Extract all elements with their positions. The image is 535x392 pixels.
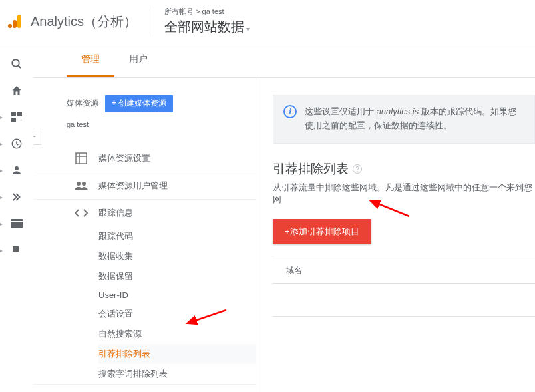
ga-logo-icon — [8, 13, 24, 29]
conversions-icon[interactable]: ▸ — [9, 244, 24, 256]
code-icon — [73, 208, 89, 218]
tab-admin[interactable]: 管理 — [67, 43, 114, 77]
sidebar-item-tracking-info[interactable]: 跟踪信息 — [33, 199, 256, 226]
page-description: 从引荐流量中排除这些网域。凡是通过这些网域中的任意一个来到您网 — [273, 182, 535, 206]
settings-box-icon — [73, 152, 89, 164]
sidebar-item-label: 媒体资源用户管理 — [98, 180, 168, 192]
main-panel: i 这些设置仅适用于 analytics.js 版本的跟踪代码。如果您使用之前的… — [256, 78, 535, 392]
svg-rect-11 — [11, 219, 23, 228]
add-referral-exclusion-button[interactable]: +添加引荐排除项目 — [273, 219, 371, 244]
back-arrow-button[interactable]: ← — [33, 128, 41, 145]
people-icon — [73, 181, 89, 190]
svg-point-17 — [82, 182, 86, 186]
sidebar-item-property-settings[interactable]: 媒体资源设置 — [33, 145, 256, 172]
info-notice: i 这些设置仅适用于 analytics.js 版本的跟踪代码。如果您使用之前的… — [273, 95, 535, 144]
subnav-search-term-exclusion[interactable]: 搜索字词排除列表 — [98, 364, 256, 384]
admin-tabs: 管理 用户 — [33, 43, 535, 78]
property-name[interactable]: ga test — [33, 120, 256, 128]
audience-icon[interactable]: ▸ — [9, 164, 24, 176]
dashboards-icon[interactable]: ▸+ — [9, 111, 24, 123]
view-selector[interactable]: 全部网站数据 — [164, 18, 250, 36]
sidebar-item-label: 跟踪信息 — [98, 207, 133, 219]
svg-point-3 — [12, 59, 19, 67]
search-icon[interactable] — [9, 58, 24, 70]
subnav-referral-exclusion[interactable]: 引荐排除列表 — [98, 344, 256, 364]
subnav-session-settings[interactable]: 会话设置 — [98, 304, 256, 324]
breadcrumb-all-accounts[interactable]: 所有帐号 — [164, 7, 194, 15]
svg-point-2 — [8, 24, 12, 28]
info-icon: i — [283, 105, 297, 118]
svg-line-4 — [18, 65, 21, 68]
svg-rect-12 — [11, 221, 23, 222]
sidebar-item-user-management[interactable]: 媒体资源用户管理 — [33, 172, 256, 199]
svg-rect-13 — [76, 153, 87, 164]
realtime-icon[interactable]: ▸ — [9, 138, 24, 150]
app-header: Analytics（分析） 所有帐号 > ga test 全部网站数据 — [0, 0, 535, 43]
table-body-empty — [273, 284, 535, 317]
svg-rect-1 — [13, 20, 17, 28]
svg-rect-7 — [11, 118, 16, 122]
sidebar-item-data-deletion[interactable]: Dd 数据删除请求 — [33, 384, 256, 392]
help-icon[interactable]: ? — [353, 164, 362, 174]
subnav-data-retention[interactable]: 数据保留 — [98, 266, 256, 286]
app-title: Analytics（分析） — [31, 13, 137, 31]
behavior-icon[interactable]: ▸ — [9, 218, 24, 230]
tab-users[interactable]: 用户 — [114, 43, 162, 77]
subnav-data-collection[interactable]: 数据收集 — [98, 246, 256, 266]
svg-point-10 — [15, 166, 19, 170]
icon-rail: ▸+ ▸ ▸ ▸ ▸ ▸ — [0, 43, 33, 392]
svg-rect-6 — [17, 112, 22, 116]
property-column: 媒体资源 创建媒体资源 ga test ← 媒体资源设置 媒体资源用户管理 — [33, 78, 256, 392]
subnav-organic-sources[interactable]: 自然搜索源 — [98, 324, 256, 344]
acquisition-icon[interactable]: ▸ — [9, 191, 24, 203]
breadcrumb-account: ga test — [202, 7, 224, 15]
property-label: 媒体资源 — [67, 98, 98, 109]
subnav-user-id[interactable]: User-ID — [98, 286, 256, 304]
svg-point-16 — [77, 182, 81, 186]
create-property-button[interactable]: 创建媒体资源 — [105, 95, 173, 112]
notice-text: 这些设置仅适用于 analytics.js 版本的跟踪代码。如果您使用之前的配置… — [305, 105, 524, 133]
subnav-tracking-code[interactable]: 跟踪代码 — [98, 226, 256, 246]
svg-text:+: + — [19, 117, 22, 122]
breadcrumb[interactable]: 所有帐号 > ga test — [164, 7, 250, 17]
page-title: 引荐排除列表? — [273, 160, 535, 178]
svg-rect-0 — [17, 15, 21, 28]
tracking-subnav: 跟踪代码 数据收集 数据保留 User-ID 会话设置 自然搜索源 引荐排除列表… — [33, 226, 256, 384]
sidebar-item-label: 媒体资源设置 — [98, 152, 150, 164]
table-header-domain: 域名 — [273, 258, 535, 284]
home-icon[interactable] — [9, 85, 24, 97]
svg-rect-5 — [11, 112, 16, 116]
